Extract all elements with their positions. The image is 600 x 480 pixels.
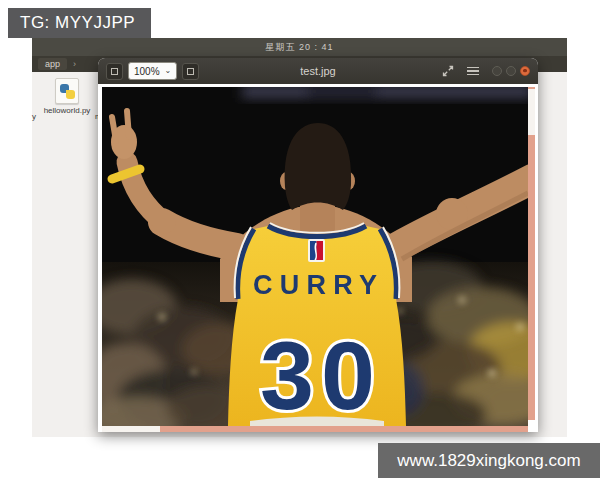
- tg-banner-text: TG: MYYJJPP: [20, 13, 135, 33]
- chevron-down-icon: ⌄: [165, 68, 172, 74]
- nba-logo: [308, 239, 325, 262]
- curry-photo: CURRY 30: [102, 87, 528, 426]
- fit-page-icon: [111, 68, 118, 75]
- watermark-text: www.1829xingkong.com: [397, 451, 580, 471]
- breadcrumb[interactable]: app: [38, 58, 67, 70]
- original-size-button[interactable]: [182, 63, 199, 80]
- index-finger: [112, 117, 116, 141]
- tg-banner: TG: MYYJJPP: [8, 8, 151, 38]
- zoom-level-dropdown[interactable]: 100% ⌄: [128, 62, 177, 80]
- desktop-screenshot: 星期五 20 : 41 app › y helloworld.py m 100%…: [32, 38, 567, 437]
- fullscreen-icon[interactable]: [442, 65, 454, 77]
- window-controls: [492, 66, 530, 76]
- vertical-scrollbar-thumb[interactable]: [528, 89, 535, 135]
- clock-label: 星期五 20 : 41: [265, 41, 333, 54]
- raised-finger: [127, 111, 129, 137]
- python-file-icon: [55, 78, 79, 104]
- system-top-bar: 星期五 20 : 41: [32, 38, 567, 56]
- maximize-button[interactable]: [506, 66, 516, 76]
- minimize-button[interactable]: [492, 66, 502, 76]
- chevron-right-icon: ›: [73, 59, 76, 69]
- jersey-name-text: CURRY: [253, 270, 381, 300]
- partial-file-label-left: y: [32, 112, 36, 121]
- file-label: helloworld.py: [43, 106, 91, 115]
- hamburger-menu-icon[interactable]: [467, 67, 479, 76]
- viewer-content: CURRY 30: [98, 84, 538, 432]
- watermark: www.1829xingkong.com: [378, 443, 600, 478]
- vertical-scrollbar[interactable]: [528, 87, 535, 420]
- fit-page-button[interactable]: [106, 63, 123, 80]
- zoom-level-value: 100%: [134, 66, 160, 77]
- close-button[interactable]: [520, 66, 530, 76]
- image-viewer-window: 100% ⌄ test.jpg: [98, 58, 538, 432]
- horizontal-scrollbar-thumb[interactable]: [102, 426, 160, 432]
- photo-canvas: CURRY 30: [102, 87, 528, 426]
- horizontal-scrollbar[interactable]: [102, 426, 528, 432]
- arena-top-blur: [242, 87, 528, 98]
- hair: [285, 123, 351, 210]
- viewer-headerbar[interactable]: 100% ⌄ test.jpg: [98, 58, 538, 84]
- original-size-icon: [187, 68, 194, 75]
- file-item-helloworld[interactable]: helloworld.py: [43, 78, 91, 115]
